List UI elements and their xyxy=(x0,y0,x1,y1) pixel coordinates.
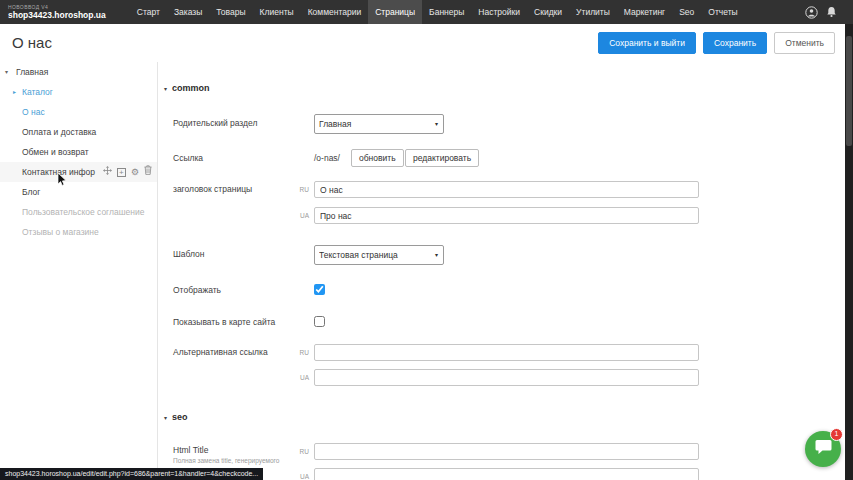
bell-icon[interactable] xyxy=(826,6,837,18)
sitemap-checkbox[interactable] xyxy=(314,316,325,327)
page-title-ru-input[interactable] xyxy=(314,181,699,198)
html-title-ru-input[interactable] xyxy=(314,443,699,460)
save-button[interactable]: Сохранить xyxy=(703,32,767,54)
header-buttons: Сохранить и выйти Сохранить Отменить xyxy=(598,32,835,54)
brand-version-label: НОВОВВОД V4 xyxy=(8,5,106,10)
parent-section-select-wrap: Главная ▾ xyxy=(314,113,444,133)
display-checkbox[interactable] xyxy=(314,284,325,295)
template-label: Шаблон xyxy=(173,244,204,264)
navbar-icons xyxy=(805,0,837,24)
caret-down-icon[interactable]: ▾ xyxy=(5,62,8,82)
page-header: О нас Сохранить и выйти Сохранить Отмени… xyxy=(0,24,845,62)
lang-ru-tag: RU xyxy=(289,443,309,460)
brand-logo[interactable]: НОВОВВОД V4 shop34423.horoshop.ua xyxy=(8,5,106,20)
lang-ru-tag: RU xyxy=(289,181,309,198)
chat-widget-button[interactable]: 1 xyxy=(805,431,841,467)
top-navbar: НОВОВВОД V4 shop34423.horoshop.ua Старт … xyxy=(0,0,853,24)
nav-item-products[interactable]: Товары xyxy=(209,0,252,24)
tree-item-contact-info[interactable]: Контактная инфор + ⚙ xyxy=(0,162,157,182)
tree-item-label: Блог xyxy=(22,187,40,197)
nav-item-discounts[interactable]: Скидки xyxy=(527,0,569,24)
page-title-label: заголовок страницы xyxy=(173,181,252,198)
tree-item-label: Обмен и возврат xyxy=(22,147,89,157)
nav-item-clients[interactable]: Клиенты xyxy=(253,0,301,24)
add-page-icon[interactable]: + xyxy=(117,168,126,177)
nav-item-reports[interactable]: Отчеты xyxy=(701,0,744,24)
lang-ru-tag: RU xyxy=(289,344,309,361)
lang-ua-tag: UA xyxy=(289,468,309,480)
tree-item-shop-reviews[interactable]: Отзывы о магазине xyxy=(0,222,157,242)
tree-item-user-agreement[interactable]: Пользовательское соглашение xyxy=(0,202,157,222)
tree-item-catalog[interactable]: ▸ Каталог xyxy=(0,82,157,102)
section-seo-title: seo xyxy=(172,412,188,422)
caret-right-icon[interactable]: ▸ xyxy=(13,82,16,102)
template-select-wrap: Текстовая страница ▾ xyxy=(314,244,444,264)
html-title-hint: Полная замена title, генерируемого xyxy=(173,457,279,464)
lang-ua-tag: UA xyxy=(289,207,309,224)
tree-item-label: Оплата и доставка xyxy=(22,127,96,137)
nav-menu: Старт Заказы Товары Клиенты Комментарии … xyxy=(130,0,745,24)
nav-item-orders[interactable]: Заказы xyxy=(167,0,209,24)
tree-item-label: Главная xyxy=(16,67,48,77)
tree-item-label: Контактная инфор xyxy=(22,167,95,177)
nav-item-seo[interactable]: Seo xyxy=(672,0,701,24)
tree-item-about-active[interactable]: О нас xyxy=(0,102,157,122)
parent-section-label: Родительский раздел xyxy=(173,113,257,133)
sitemap-label: Показывать в карте сайта xyxy=(173,316,275,328)
caret-down-icon: ▾ xyxy=(164,85,167,92)
html-title-label-text: Html Title xyxy=(173,445,208,455)
brand-domain: shop34423.horoshop.ua xyxy=(8,11,106,20)
tree-item-blog[interactable]: Блог xyxy=(0,182,157,202)
alt-link-ua-input[interactable] xyxy=(314,369,699,386)
nav-item-settings[interactable]: Настройки xyxy=(471,0,527,24)
section-common-title: common xyxy=(172,83,210,93)
nav-item-utilities[interactable]: Утилиты xyxy=(569,0,617,24)
user-avatar-icon[interactable] xyxy=(805,6,818,19)
section-seo-toggle[interactable]: ▾ seo xyxy=(164,411,188,423)
parent-section-select[interactable]: Главная xyxy=(314,114,444,134)
pages-tree-sidebar: ▾ Главная ▸ Каталог О нас Оплата и доста… xyxy=(0,62,158,480)
gear-icon[interactable]: ⚙ xyxy=(131,168,139,177)
tree-item-exchange-return[interactable]: Обмен и возврат xyxy=(0,142,157,162)
nav-item-start[interactable]: Старт xyxy=(130,0,167,24)
link-label: Ссылка xyxy=(173,150,203,166)
status-bar-url: shop34423.horoshop.ua/edit/edit.php?id=6… xyxy=(0,468,263,480)
trash-icon[interactable] xyxy=(144,162,152,182)
caret-down-icon: ▾ xyxy=(164,414,167,421)
tree-item-actions: + ⚙ xyxy=(103,162,152,182)
display-label: Отображать xyxy=(173,284,221,296)
save-and-exit-button[interactable]: Сохранить и выйти xyxy=(598,32,696,54)
lang-ua-tag: UA xyxy=(289,369,309,386)
page-title: О нас xyxy=(12,34,52,51)
tree-item-payment-delivery[interactable]: Оплата и доставка xyxy=(0,122,157,142)
tree-item-label: Пользовательское соглашение xyxy=(22,207,144,217)
tree-item-label: Отзывы о магазине xyxy=(22,227,99,237)
section-common-toggle[interactable]: ▾ common xyxy=(164,82,210,94)
cancel-button[interactable]: Отменить xyxy=(774,32,835,54)
vertical-scrollbar[interactable] xyxy=(845,24,853,480)
nav-item-marketing[interactable]: Маркетинг xyxy=(617,0,672,24)
nav-item-banners[interactable]: Баннеры xyxy=(422,0,471,24)
chat-bubble-icon xyxy=(815,439,832,459)
alt-link-label: Альтернативная ссылка xyxy=(173,344,268,361)
tree-item-label: О нас xyxy=(22,107,45,117)
link-value: /o-nas/ xyxy=(314,150,340,166)
html-title-label: Html Title Полная замена title, генериру… xyxy=(173,445,279,464)
html-title-ua-input[interactable] xyxy=(314,468,699,480)
nav-item-pages[interactable]: Страницы xyxy=(368,0,422,24)
nav-item-comments[interactable]: Комментарии xyxy=(301,0,369,24)
scrollbar-thumb[interactable] xyxy=(846,36,852,146)
tree-item-home[interactable]: ▾ Главная xyxy=(0,62,157,82)
move-icon[interactable] xyxy=(103,162,112,182)
template-select[interactable]: Текстовая страница xyxy=(314,245,444,265)
page-edit-form: ▾ common Родительский раздел Главная ▾ С… xyxy=(159,62,845,480)
chat-unread-badge: 1 xyxy=(830,428,843,441)
link-refresh-button[interactable]: обновить xyxy=(351,149,404,167)
link-edit-button[interactable]: редактировать xyxy=(405,149,479,167)
tree-item-label: Каталог xyxy=(22,87,53,97)
page-title-ua-input[interactable] xyxy=(314,207,699,224)
alt-link-ru-input[interactable] xyxy=(314,344,699,361)
